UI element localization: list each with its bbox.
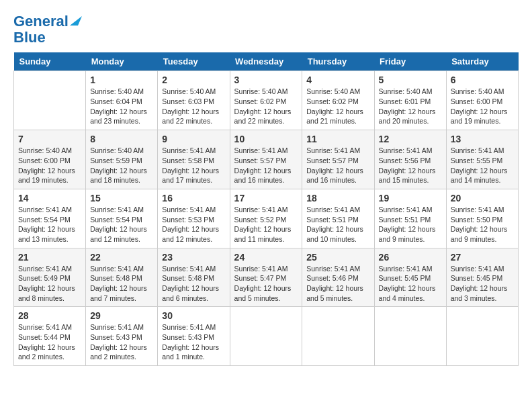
day-info: Sunrise: 5:40 AMSunset: 6:01 PMDaylight:… — [379, 87, 442, 126]
header-thursday: Thursday — [302, 52, 374, 71]
day-info: Sunrise: 5:41 AMSunset: 5:48 PMDaylight:… — [162, 264, 225, 304]
day-cell: 6Sunrise: 5:40 AMSunset: 6:00 PMDaylight… — [446, 71, 518, 130]
day-cell: 20Sunrise: 5:41 AMSunset: 5:50 PMDayligh… — [446, 189, 518, 248]
day-info: Sunrise: 5:40 AMSunset: 6:02 PMDaylight:… — [306, 87, 369, 126]
day-cell: 13Sunrise: 5:41 AMSunset: 5:55 PMDayligh… — [446, 130, 518, 189]
day-number: 17 — [234, 193, 298, 203]
day-number: 25 — [306, 252, 369, 263]
day-number: 22 — [90, 252, 153, 263]
day-number: 23 — [162, 252, 225, 263]
day-cell: 2Sunrise: 5:40 AMSunset: 6:03 PMDaylight… — [158, 71, 230, 130]
day-number: 5 — [379, 75, 442, 85]
day-info: Sunrise: 5:41 AMSunset: 5:50 PMDaylight:… — [451, 205, 514, 244]
day-cell: 21Sunrise: 5:41 AMSunset: 5:49 PMDayligh… — [14, 248, 86, 307]
day-number: 1 — [90, 75, 153, 85]
day-info: Sunrise: 5:41 AMSunset: 5:48 PMDaylight:… — [90, 264, 153, 304]
day-number: 16 — [162, 193, 225, 203]
day-info: Sunrise: 5:40 AMSunset: 5:59 PMDaylight:… — [90, 146, 153, 185]
day-info: Sunrise: 5:41 AMSunset: 5:45 PMDaylight:… — [451, 264, 514, 304]
day-info: Sunrise: 5:40 AMSunset: 6:00 PMDaylight:… — [18, 146, 81, 185]
header-sunday: Sunday — [14, 52, 86, 71]
day-info: Sunrise: 5:41 AMSunset: 5:49 PMDaylight:… — [18, 264, 81, 304]
day-info: Sunrise: 5:41 AMSunset: 5:51 PMDaylight:… — [379, 205, 442, 244]
header-wednesday: Wednesday — [230, 52, 302, 71]
header-monday: Monday — [86, 52, 158, 71]
day-number: 6 — [451, 75, 514, 85]
day-info: Sunrise: 5:41 AMSunset: 5:54 PMDaylight:… — [90, 205, 153, 244]
day-number: 10 — [234, 134, 298, 144]
day-cell — [230, 307, 302, 366]
day-number: 19 — [379, 193, 442, 203]
day-info: Sunrise: 5:40 AMSunset: 6:03 PMDaylight:… — [162, 87, 225, 126]
day-cell: 7Sunrise: 5:40 AMSunset: 6:00 PMDaylight… — [14, 130, 86, 189]
day-cell: 5Sunrise: 5:40 AMSunset: 6:01 PMDaylight… — [374, 71, 446, 130]
calendar-table: SundayMondayTuesdayWednesdayThursdayFrid… — [13, 52, 519, 366]
day-cell: 12Sunrise: 5:41 AMSunset: 5:56 PMDayligh… — [374, 130, 446, 189]
day-cell — [14, 71, 86, 130]
day-info: Sunrise: 5:40 AMSunset: 6:04 PMDaylight:… — [90, 87, 153, 126]
day-number: 21 — [18, 252, 81, 263]
day-cell: 16Sunrise: 5:41 AMSunset: 5:53 PMDayligh… — [158, 189, 230, 248]
day-number: 15 — [90, 193, 153, 203]
day-cell: 1Sunrise: 5:40 AMSunset: 6:04 PMDaylight… — [86, 71, 158, 130]
day-number: 27 — [451, 252, 514, 263]
week-row-4: 21Sunrise: 5:41 AMSunset: 5:49 PMDayligh… — [14, 248, 519, 307]
day-cell — [374, 307, 446, 366]
header-friday: Friday — [374, 52, 446, 71]
day-info: Sunrise: 5:41 AMSunset: 5:51 PMDaylight:… — [306, 205, 369, 244]
logo-text: General — [13, 13, 69, 30]
page-header: General Blue — [13, 13, 519, 46]
logo-general: General — [13, 13, 69, 30]
day-number: 9 — [162, 134, 225, 144]
day-cell: 3Sunrise: 5:40 AMSunset: 6:02 PMDaylight… — [230, 71, 302, 130]
day-info: Sunrise: 5:41 AMSunset: 5:57 PMDaylight:… — [234, 146, 298, 185]
day-number: 29 — [90, 310, 153, 321]
day-cell: 17Sunrise: 5:41 AMSunset: 5:52 PMDayligh… — [230, 189, 302, 248]
day-info: Sunrise: 5:41 AMSunset: 5:47 PMDaylight:… — [234, 264, 298, 304]
header-tuesday: Tuesday — [158, 52, 230, 71]
day-info: Sunrise: 5:41 AMSunset: 5:58 PMDaylight:… — [162, 146, 225, 185]
calendar-header-row: SundayMondayTuesdayWednesdayThursdayFrid… — [14, 52, 519, 71]
day-cell: 28Sunrise: 5:41 AMSunset: 5:44 PMDayligh… — [14, 307, 86, 366]
logo: General Blue — [13, 13, 82, 46]
week-row-3: 14Sunrise: 5:41 AMSunset: 5:54 PMDayligh… — [14, 189, 519, 248]
day-info: Sunrise: 5:41 AMSunset: 5:43 PMDaylight:… — [90, 322, 153, 362]
day-cell: 26Sunrise: 5:41 AMSunset: 5:45 PMDayligh… — [374, 248, 446, 307]
day-info: Sunrise: 5:41 AMSunset: 5:57 PMDaylight:… — [306, 146, 369, 185]
day-cell: 23Sunrise: 5:41 AMSunset: 5:48 PMDayligh… — [158, 248, 230, 307]
day-info: Sunrise: 5:40 AMSunset: 6:02 PMDaylight:… — [234, 87, 298, 126]
day-cell: 22Sunrise: 5:41 AMSunset: 5:48 PMDayligh… — [86, 248, 158, 307]
day-info: Sunrise: 5:41 AMSunset: 5:53 PMDaylight:… — [162, 205, 225, 244]
day-info: Sunrise: 5:41 AMSunset: 5:46 PMDaylight:… — [306, 264, 369, 304]
day-info: Sunrise: 5:41 AMSunset: 5:45 PMDaylight:… — [379, 264, 442, 304]
day-cell: 10Sunrise: 5:41 AMSunset: 5:57 PMDayligh… — [230, 130, 302, 189]
logo-blue: Blue — [13, 30, 46, 46]
week-row-5: 28Sunrise: 5:41 AMSunset: 5:44 PMDayligh… — [14, 307, 519, 366]
day-number: 13 — [451, 134, 514, 144]
svg-marker-0 — [70, 16, 82, 26]
week-row-1: 1Sunrise: 5:40 AMSunset: 6:04 PMDaylight… — [14, 71, 519, 130]
day-info: Sunrise: 5:40 AMSunset: 6:00 PMDaylight:… — [451, 87, 514, 126]
header-saturday: Saturday — [446, 52, 518, 71]
day-number: 11 — [306, 134, 369, 144]
day-number: 7 — [18, 134, 81, 144]
day-number: 14 — [18, 193, 81, 203]
day-number: 12 — [379, 134, 442, 144]
day-cell: 9Sunrise: 5:41 AMSunset: 5:58 PMDaylight… — [158, 130, 230, 189]
day-cell: 19Sunrise: 5:41 AMSunset: 5:51 PMDayligh… — [374, 189, 446, 248]
day-number: 8 — [90, 134, 153, 144]
day-cell: 18Sunrise: 5:41 AMSunset: 5:51 PMDayligh… — [302, 189, 374, 248]
day-number: 28 — [18, 310, 81, 321]
day-number: 18 — [306, 193, 369, 203]
day-cell: 15Sunrise: 5:41 AMSunset: 5:54 PMDayligh… — [86, 189, 158, 248]
day-info: Sunrise: 5:41 AMSunset: 5:55 PMDaylight:… — [451, 146, 514, 185]
day-info: Sunrise: 5:41 AMSunset: 5:54 PMDaylight:… — [18, 205, 81, 244]
day-number: 2 — [162, 75, 225, 85]
day-cell: 25Sunrise: 5:41 AMSunset: 5:46 PMDayligh… — [302, 248, 374, 307]
day-number: 20 — [451, 193, 514, 203]
day-cell: 14Sunrise: 5:41 AMSunset: 5:54 PMDayligh… — [14, 189, 86, 248]
day-cell: 11Sunrise: 5:41 AMSunset: 5:57 PMDayligh… — [302, 130, 374, 189]
day-cell: 8Sunrise: 5:40 AMSunset: 5:59 PMDaylight… — [86, 130, 158, 189]
day-cell: 30Sunrise: 5:41 AMSunset: 5:43 PMDayligh… — [158, 307, 230, 366]
day-number: 24 — [234, 252, 298, 263]
